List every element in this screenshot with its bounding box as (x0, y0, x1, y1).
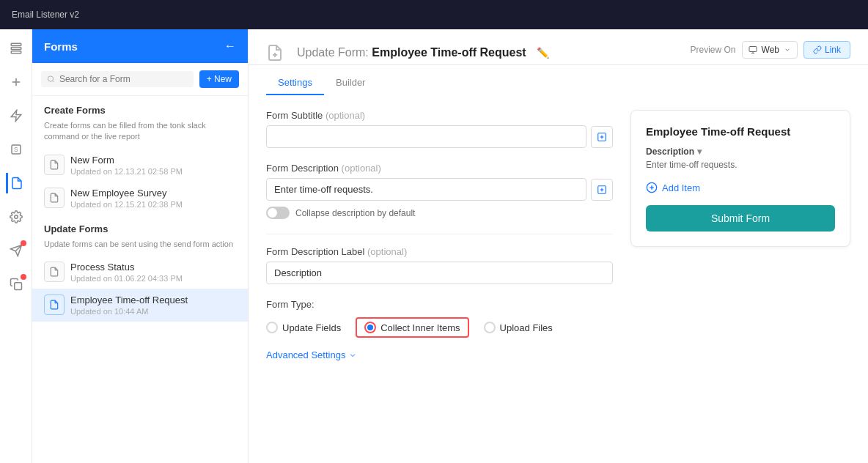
sidebar-item-process-status[interactable]: Process Status Updated on 01.06.22 04:33… (32, 256, 248, 289)
search-bar: + New (32, 63, 248, 96)
description-input[interactable] (266, 178, 586, 201)
web-icon (749, 45, 757, 54)
icon-rail: S (0, 29, 32, 463)
subtitle-icon-btn[interactable] (591, 126, 613, 148)
search-wrap (41, 71, 194, 87)
desc-field-input[interactable] (266, 262, 613, 284)
svg-rect-2 (11, 51, 21, 53)
rail-plus-icon[interactable] (6, 72, 26, 92)
description-label: Form Description (optional) (266, 163, 613, 174)
svg-point-10 (48, 76, 53, 81)
radio-collect-outer (364, 322, 376, 333)
radio-collect-inner (367, 325, 373, 330)
sidebar-item-timeoff[interactable]: Employee Time-off Request Updated on 10:… (32, 289, 248, 322)
radio-upload-files[interactable]: Upload Files (484, 322, 553, 333)
preview-option-text: Web (762, 45, 779, 55)
collapse-toggle-row: Collapse description by default (266, 207, 613, 219)
new-form-date: Updated on 12.13.21 02:58 PM (70, 167, 236, 176)
page-title: Update Form: Employee Time-off Request (297, 46, 526, 59)
timeoff-icon (44, 295, 65, 315)
employee-survey-info: New Employee Survey Updated on 12.15.21 … (70, 188, 236, 209)
radio-group: Update Fields Collect Inner Items Upload… (266, 317, 613, 338)
update-forms-label: Update Forms (32, 215, 248, 237)
radio-update-outer (266, 322, 278, 333)
desc-field-label: Form Description Label (optional) (266, 246, 613, 257)
radio-collect-items[interactable]: Collect Inner Items (356, 317, 468, 338)
add-item-icon (646, 182, 658, 193)
new-form-name: New Form (70, 155, 236, 166)
radio-update-fields[interactable]: Update Fields (266, 322, 341, 333)
preview-select[interactable]: Web (742, 41, 798, 59)
description-icon-btn[interactable] (591, 179, 613, 201)
preview-desc-label: Description ▾ (646, 147, 835, 157)
rail-badge-1 (21, 240, 26, 246)
main-content: Update Form: Employee Time-off Request ✏… (249, 29, 868, 463)
tabs-bar: Settings Builder (249, 71, 868, 95)
rail-layers-icon[interactable] (6, 38, 26, 59)
rail-s-icon[interactable]: S (6, 139, 26, 160)
create-forms-label: Create Forms (32, 96, 248, 119)
preview-area: Preview On Web Link (690, 41, 850, 64)
svg-rect-9 (14, 283, 21, 290)
tab-builder[interactable]: Builder (324, 71, 377, 95)
chevron-down-icon (784, 46, 791, 53)
svg-line-11 (53, 81, 54, 82)
sidebar: Forms ← + New Create Forms Create forms … (32, 29, 249, 463)
radio-update-label: Update Fields (282, 322, 341, 333)
timeoff-name: Employee Time-off Request (70, 295, 236, 305)
radio-upload-label: Upload Files (500, 322, 553, 333)
preview-desc-text: Enter time-off requests. (646, 160, 835, 170)
sidebar-item-new-form[interactable]: New Form Updated on 12.13.21 02:58 PM (32, 149, 248, 182)
form-type-group: Form Type: Update Fields Collect Inner I… (266, 299, 613, 338)
form-settings-panel: Form Subtitle (optional) Form Descriptio… (266, 110, 613, 448)
subtitle-input[interactable] (266, 125, 586, 148)
rail-copy-icon[interactable] (6, 274, 26, 295)
sidebar-item-employee-survey[interactable]: New Employee Survey Updated on 12.15.21 … (32, 182, 248, 215)
advanced-settings-link[interactable]: Advanced Settings (266, 349, 357, 360)
app-title: Email Listener v2 (12, 10, 79, 20)
content-area: Form Subtitle (optional) Form Descriptio… (249, 95, 868, 463)
search-icon (47, 75, 55, 84)
timeoff-date: Updated on 10:44 AM (70, 307, 236, 316)
new-button[interactable]: + New (199, 70, 239, 88)
radio-collect-label: Collect Inner Items (380, 322, 460, 333)
link-button[interactable]: Link (803, 41, 850, 59)
submit-form-button[interactable]: Submit Form (646, 205, 835, 232)
form-description-group: Form Description (optional) Collapse des… (266, 163, 613, 219)
form-subtitle-group: Form Subtitle (optional) (266, 110, 613, 148)
tab-settings[interactable]: Settings (266, 71, 324, 95)
subtitle-input-wrap (266, 125, 613, 148)
svg-point-8 (14, 215, 18, 219)
svg-rect-14 (749, 47, 757, 52)
add-item-button[interactable]: Add Item (646, 182, 835, 193)
svg-rect-0 (11, 43, 21, 45)
page-header: Update Form: Employee Time-off Request ✏… (249, 29, 868, 65)
rail-bolt-icon[interactable] (6, 105, 26, 126)
sidebar-header: Forms ← (32, 29, 248, 63)
sidebar-title: Forms (44, 40, 78, 53)
process-status-info: Process Status Updated on 01.06.22 04:33… (70, 262, 236, 283)
advanced-chevron-icon (348, 351, 357, 360)
collapse-toggle[interactable] (266, 207, 290, 219)
preview-panel: Employee Time-off Request Description ▾ … (630, 110, 850, 448)
edit-title-icon[interactable]: ✏️ (537, 47, 549, 59)
new-form-icon (44, 155, 65, 175)
process-status-icon (44, 262, 65, 282)
employee-survey-name: New Employee Survey (70, 188, 236, 199)
desc-field-group: Form Description Label (optional) (266, 246, 613, 284)
page-title-prefix: Update Form: (297, 46, 369, 59)
rail-document-icon[interactable] (6, 173, 26, 193)
rail-airplane-icon[interactable] (6, 240, 26, 261)
divider-1 (266, 234, 613, 234)
rail-settings-icon[interactable] (6, 207, 26, 227)
svg-rect-1 (11, 48, 21, 50)
sidebar-back-icon[interactable]: ← (224, 40, 236, 53)
add-item-label: Add Item (662, 182, 700, 193)
subtitle-label: Form Subtitle (optional) (266, 110, 613, 121)
search-input[interactable] (59, 74, 188, 84)
radio-upload-outer (484, 322, 496, 333)
preview-label: Preview On (690, 45, 735, 55)
advanced-settings-label: Advanced Settings (266, 349, 345, 360)
employee-survey-date: Updated on 12.15.21 02:38 PM (70, 200, 236, 209)
form-type-label: Form Type: (266, 299, 613, 310)
